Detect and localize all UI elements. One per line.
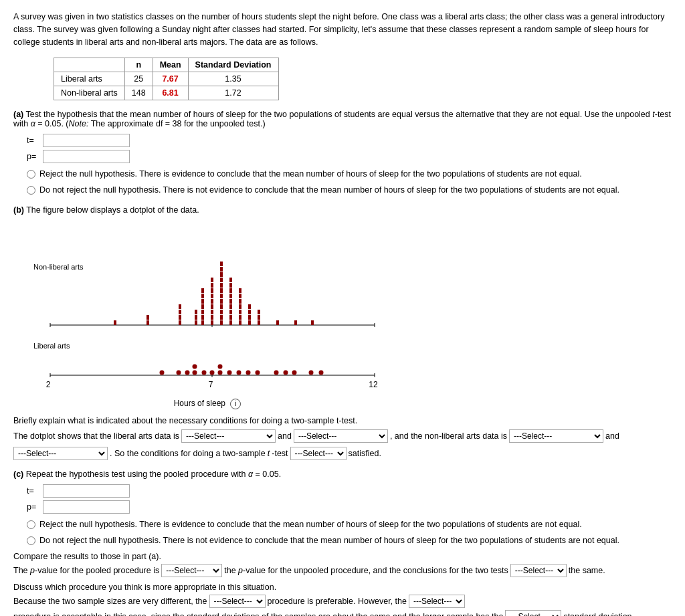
dotplot-s1-and1: and [278,430,292,443]
info-icon[interactable]: i [230,399,241,409]
part-a-desc: Test the hypothesis that the mean number… [13,110,671,128]
svg-rect-64 [258,310,260,314]
svg-rect-63 [258,315,260,320]
svg-rect-31 [220,315,223,320]
c-t-input[interactable] [43,484,130,498]
svg-point-73 [177,371,181,375]
row1-sd: 1.35 [188,72,278,86]
dotplot-s2-pre: . So the conditions for doing a two-samp… [110,447,266,460]
t-input[interactable] [43,134,130,147]
dotplot-s2-test: -test [272,447,288,460]
svg-text:12: 12 [369,380,378,389]
svg-rect-47 [229,294,232,298]
part-c-label: (c) [13,470,23,479]
svg-rect-43 [229,315,232,320]
svg-rect-53 [239,310,241,314]
select-nonliberal1[interactable]: ---Select--- approximately normal skewed… [509,429,603,443]
col-mean-header: Mean [153,58,188,72]
row2-mean: 6.81 [153,86,188,100]
svg-rect-24 [211,304,213,309]
part-c-radio1[interactable] [27,520,35,529]
discuss-label: Discuss which procedure you think is mor… [13,583,672,592]
svg-rect-22 [211,315,213,320]
p-input-row: p= [27,150,672,163]
svg-rect-5 [146,320,149,325]
svg-rect-37 [220,283,223,288]
svg-rect-58 [248,320,251,325]
select-liberal1[interactable]: ---Select--- approximately normal skewed… [181,429,276,443]
part-b-label: (b) [13,205,24,215]
svg-rect-9 [179,310,181,314]
svg-rect-6 [146,315,149,320]
dotplot-svg: Non-liberal arts [13,221,401,395]
row1-n: 25 [124,72,153,86]
dotplot-s1-pre: The dotplot shows that the liberal arts … [13,430,179,443]
final-sentence: Because the two sample sizes are very di… [13,595,672,616]
row1-mean: 7.67 [153,72,188,86]
svg-point-86 [284,371,288,375]
part-a-radio2[interactable] [27,186,35,195]
pvalue-mid: the p-value for the unpooled procedure, … [224,564,508,577]
row2-sd: 1.72 [188,86,278,100]
svg-rect-33 [220,304,223,309]
svg-rect-62 [258,320,260,325]
t-input-row: t= [27,134,672,147]
svg-rect-38 [220,278,223,282]
svg-rect-48 [229,288,232,293]
select-conditions[interactable]: ---Select--- are are not [290,447,347,460]
svg-point-81 [227,371,232,375]
c-p-input[interactable] [43,500,130,514]
svg-rect-42 [229,320,232,325]
svg-rect-30 [220,320,223,325]
part-c-option2-text: Do not reject the null hypothesis. There… [39,535,619,547]
svg-rect-67 [311,320,314,325]
svg-rect-19 [201,294,204,298]
select-same[interactable]: ---Select--- are are not [510,564,567,577]
part-b-header: (b) The figure below displays a dotplot … [13,205,672,215]
svg-rect-36 [220,288,223,293]
dotplot-sentence2: ---Select--- approximately normal symmet… [13,447,672,460]
dotplot-s1-and2: and [605,430,619,443]
svg-rect-14 [201,320,204,325]
svg-rect-27 [211,288,213,293]
part-c-option2: Do not reject the null hypothesis. There… [27,535,672,547]
part-a-option1-text: Reject the null hypothesis. There is evi… [39,169,582,181]
briefly-explain: Briefly explain what is indicated about … [13,416,672,425]
svg-rect-8 [179,315,181,320]
svg-rect-57 [239,288,241,293]
c-p-label: p= [27,502,40,512]
select-liberal2[interactable]: ---Select--- approximately normal symmet… [294,429,388,443]
part-a: (a) Test the hypothesis that the mean nu… [13,110,672,196]
part-c: (c) Repeat the hypothesis test using the… [13,470,672,616]
svg-rect-32 [220,310,223,314]
final-mid2: procedure is acceptable in this case, si… [13,611,503,616]
part-a-option1: Reject the null hypothesis. There is evi… [27,169,672,181]
svg-point-84 [256,371,260,375]
part-a-radio1[interactable] [27,170,35,179]
svg-point-75 [193,371,197,375]
select-pvalue[interactable]: ---Select--- less than greater than equa… [161,564,222,577]
svg-point-82 [237,371,241,375]
dotplot-s2-ttest: t [268,447,270,460]
svg-rect-17 [201,304,204,309]
svg-rect-21 [211,320,213,325]
select-proc1[interactable]: ---Select--- pooled unpooled [209,595,266,608]
svg-rect-12 [195,315,197,320]
svg-rect-41 [220,262,223,266]
select-sd[interactable]: ---Select--- smaller larger [505,610,561,616]
svg-text:2: 2 [46,380,51,389]
svg-rect-44 [229,310,232,314]
data-table: n Mean Standard Deviation Liberal arts 2… [54,58,279,100]
part-c-radio2[interactable] [27,536,35,545]
p-label: p= [27,152,40,161]
part-a-label: (a) [13,110,23,119]
select-proc2[interactable]: ---Select--- pooled unpooled [409,595,465,608]
svg-rect-55 [239,299,241,304]
part-c-header: (c) Repeat the hypothesis test using the… [13,470,672,479]
svg-point-76 [193,365,197,369]
p-input[interactable] [43,150,130,163]
svg-point-85 [274,371,279,375]
select-nonliberal2[interactable]: ---Select--- approximately normal symmet… [13,447,108,460]
dotplot-s2-post: satisfied. [349,447,381,460]
svg-rect-4 [114,320,116,325]
